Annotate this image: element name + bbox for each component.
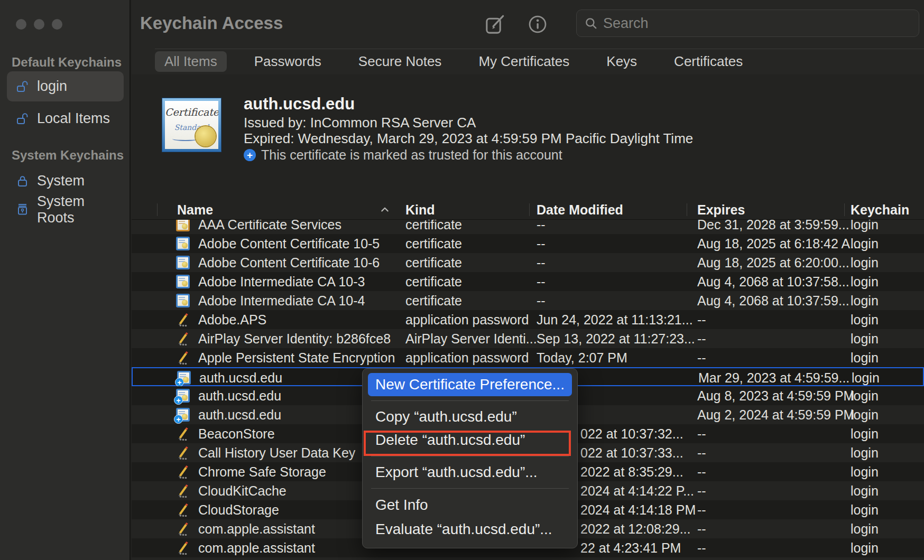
- password-key-icon: [176, 313, 190, 326]
- password-key-icon: [176, 503, 190, 517]
- tab-all-items[interactable]: All Items: [155, 51, 227, 72]
- tab-certificates[interactable]: Certificates: [664, 51, 752, 72]
- cell-kind: certificate: [405, 291, 462, 310]
- cell-name: Adobe Content Certificate 10-5: [198, 234, 380, 253]
- tab-my-certificates[interactable]: My Certificates: [469, 51, 579, 72]
- cell-keychain: login: [851, 500, 879, 519]
- tab-passwords[interactable]: Passwords: [245, 51, 331, 72]
- detail-issued-by: Issued by: InCommon RSA Server CA: [244, 115, 476, 131]
- cell-expires: --: [697, 519, 706, 538]
- table-row[interactable]: Adobe Content Certificate 10-5certificat…: [132, 234, 924, 253]
- column-header-expires[interactable]: Expires: [697, 202, 745, 218]
- sidebar-item-local-items[interactable]: Local Items: [7, 104, 124, 134]
- info-icon[interactable]: [526, 13, 549, 36]
- cell-kind: AirPlay Server Identi...: [405, 329, 537, 348]
- cell-keychain: login: [851, 481, 879, 500]
- table-row[interactable]: AAA Certificate Servicescertificate--Dec…: [132, 220, 924, 234]
- system-roots-icon: [16, 203, 30, 217]
- cell-keychain: login: [851, 538, 879, 557]
- menu-separator: [371, 400, 569, 401]
- sidebar-item-login[interactable]: login: [7, 71, 124, 101]
- certificate-icon: [176, 237, 190, 250]
- gold-seal-icon: [196, 126, 216, 146]
- cell-expires: --: [697, 443, 706, 462]
- minimize-window-icon[interactable]: [34, 19, 44, 30]
- cell-date-modified: 2022 at 8:35:29...: [580, 462, 683, 481]
- tab-keys[interactable]: Keys: [597, 51, 646, 72]
- cell-date-modified: Today, 2:07 PM: [537, 348, 627, 367]
- column-header-kind[interactable]: Kind: [405, 202, 435, 218]
- cell-date-modified: 2024 at 4:14:18 PM: [580, 500, 696, 519]
- cell-keychain: login: [851, 443, 879, 462]
- new-item-icon[interactable]: [484, 13, 507, 36]
- context-menu: New Certificate Preference...Copy “auth.…: [362, 368, 578, 548]
- sidebar-item-system-roots[interactable]: System Roots: [7, 194, 124, 225]
- certificate-icon: [176, 256, 190, 269]
- cell-expires: --: [697, 329, 706, 348]
- sidebar-section-header: System Keychains: [12, 148, 124, 163]
- table-row[interactable]: [132, 557, 924, 560]
- menu-item-get[interactable]: Get Info: [368, 493, 572, 517]
- table-row[interactable]: Adobe Intermediate CA 10-3certificate--A…: [132, 272, 924, 291]
- tab-secure-notes[interactable]: Secure Notes: [349, 51, 451, 72]
- cell-date-modified: Sep 13, 2022 at 11:27:23...: [537, 329, 695, 348]
- password-key-icon: [176, 522, 190, 536]
- table-row[interactable]: Adobe Intermediate CA 10-4certificate--A…: [132, 291, 924, 310]
- cell-expires: --: [697, 538, 706, 557]
- menu-separator: [371, 456, 569, 456]
- certificate-plus-icon: +: [176, 389, 190, 403]
- menu-item-evaluate[interactable]: Evaluate “auth.ucsd.edu”...: [368, 517, 572, 542]
- column-header-date-modified[interactable]: Date Modified: [537, 202, 623, 218]
- zoom-window-icon[interactable]: [52, 19, 62, 30]
- cell-keychain: login: [851, 386, 879, 405]
- detail-expired: Expired: Wednesday, March 29, 2023 at 4:…: [244, 130, 693, 147]
- menu-separator: [371, 488, 569, 489]
- cell-keychain: login: [851, 348, 879, 367]
- cell-expires: Dec 31, 2028 at 3:59:59...: [697, 220, 849, 234]
- cell-expires: --: [697, 462, 706, 481]
- password-key-icon: [176, 465, 190, 479]
- cell-name: Call History User Data Key: [198, 443, 355, 462]
- table-row[interactable]: Adobe Content Certificate 10-6certificat…: [132, 253, 924, 272]
- cell-expires: Aug 4, 2068 at 10:37:58...: [697, 272, 849, 291]
- menu-item-new[interactable]: New Certificate Preference...: [368, 373, 572, 396]
- cell-name: Adobe Content Certificate 10-6: [198, 253, 380, 272]
- detail-certificate-name: auth.ucsd.edu: [244, 95, 355, 114]
- column-header-keychain[interactable]: Keychain: [851, 202, 909, 218]
- sidebar-section-header: Default Keychains: [12, 55, 122, 70]
- cell-kind: certificate: [405, 253, 462, 272]
- cell-keychain: login: [851, 519, 879, 538]
- certificate-plus-icon: +: [177, 371, 191, 385]
- sidebar-item-label: System: [37, 173, 85, 189]
- cell-date-modified: --: [537, 220, 546, 234]
- cell-keychain: login: [851, 220, 879, 234]
- cell-keychain: login: [851, 253, 879, 272]
- cell-name: Apple Persistent State Encryption: [198, 348, 395, 367]
- menu-item-export[interactable]: Export “auth.ucsd.edu”...: [368, 461, 572, 484]
- password-key-icon: [176, 484, 190, 498]
- cell-expires: Aug 2, 2024 at 4:59:59 PM: [697, 405, 854, 424]
- column-header-name[interactable]: Name: [177, 202, 213, 218]
- search-field[interactable]: [576, 10, 919, 37]
- table-row[interactable]: Adobe.APSapplication passwordJun 24, 202…: [132, 310, 924, 329]
- table-row[interactable]: AirPlay Server Identity: b286fce8AirPlay…: [132, 329, 924, 348]
- cell-name: auth.ucsd.edu: [198, 386, 281, 405]
- certificate-large-icon: Certificate Standard: [162, 98, 221, 152]
- cell-name: com.apple.assistant: [198, 538, 315, 557]
- cell-date-modified: Jun 24, 2022 at 11:13:21...: [537, 310, 693, 329]
- sidebar-item-system[interactable]: System: [7, 166, 124, 196]
- search-input[interactable]: [603, 15, 911, 32]
- cell-keychain: login: [851, 272, 879, 291]
- sort-ascending-icon: [380, 206, 390, 213]
- certificate-icon: [176, 275, 190, 288]
- unlocked-padlock-icon: [16, 112, 30, 126]
- cell-name: Adobe.APS: [198, 310, 266, 329]
- unlocked-padlock-icon: [16, 80, 30, 94]
- cell-name: auth.ucsd.edu: [198, 405, 281, 424]
- menu-item-copy[interactable]: Copy “auth.ucsd.edu”: [368, 405, 572, 428]
- cell-date-modified: --: [537, 253, 546, 272]
- close-window-icon[interactable]: [16, 19, 26, 30]
- cell-keychain: login: [851, 424, 879, 443]
- cell-expires: --: [697, 481, 706, 500]
- table-row[interactable]: Apple Persistent State Encryptionapplica…: [132, 348, 924, 367]
